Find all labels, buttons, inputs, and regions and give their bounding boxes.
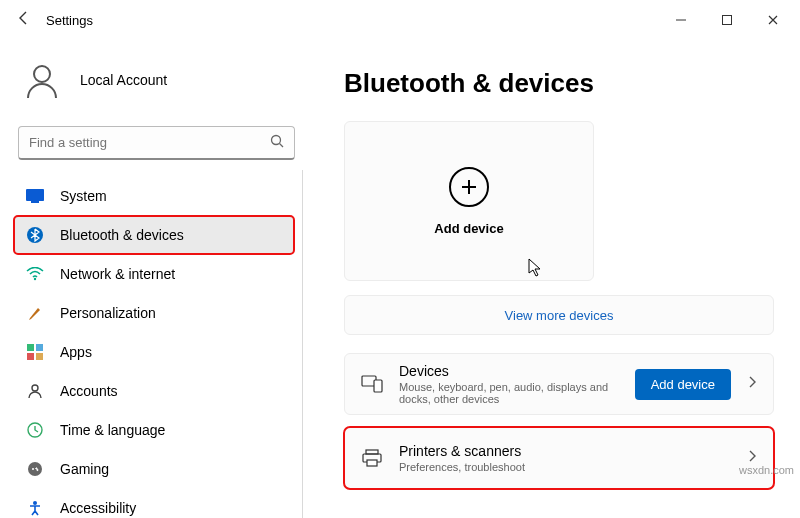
svg-point-13 <box>32 385 38 391</box>
view-more-label: View more devices <box>505 308 614 323</box>
svg-rect-9 <box>27 344 34 351</box>
bluetooth-icon <box>26 227 44 243</box>
avatar-icon <box>22 60 62 100</box>
nav-network[interactable]: Network & internet <box>14 255 294 293</box>
nav-label: Time & language <box>60 422 165 438</box>
svg-point-2 <box>34 66 50 82</box>
row-subtitle: Mouse, keyboard, pen, audio, displays an… <box>399 381 619 405</box>
nav-accessibility[interactable]: Accessibility <box>14 489 294 518</box>
svg-rect-21 <box>367 460 377 466</box>
account-name: Local Account <box>80 72 167 88</box>
nav-system[interactable]: System <box>14 177 294 215</box>
search-input[interactable] <box>29 135 270 150</box>
nav-time-language[interactable]: Time & language <box>14 411 294 449</box>
accounts-icon <box>26 383 44 399</box>
plus-icon <box>449 167 489 207</box>
nav-label: Gaming <box>60 461 109 477</box>
nav-label: Accounts <box>60 383 118 399</box>
printer-icon <box>361 449 383 467</box>
watermark: wsxdn.com <box>739 464 794 476</box>
svg-rect-5 <box>27 190 44 201</box>
svg-point-3 <box>272 135 281 144</box>
window-controls <box>658 4 796 36</box>
nav-label: Accessibility <box>60 500 136 516</box>
row-printers-scanners[interactable]: Printers & scanners Preferences, trouble… <box>344 427 774 489</box>
nav-list: System Bluetooth & devices Network & int… <box>10 170 303 518</box>
svg-rect-19 <box>366 450 378 454</box>
svg-rect-11 <box>27 353 34 360</box>
system-icon <box>26 189 44 203</box>
clock-icon <box>26 422 44 438</box>
add-device-card[interactable]: Add device <box>344 121 594 281</box>
nav-label: Network & internet <box>60 266 175 282</box>
accessibility-icon <box>26 500 44 516</box>
add-device-label: Add device <box>434 221 503 236</box>
nav-accounts[interactable]: Accounts <box>14 372 294 410</box>
window-title: Settings <box>46 13 93 28</box>
add-device-button[interactable]: Add device <box>635 369 731 400</box>
minimize-button[interactable] <box>658 4 704 36</box>
nav-label: Personalization <box>60 305 156 321</box>
nav-label: System <box>60 188 107 204</box>
gaming-icon <box>26 461 44 477</box>
svg-point-16 <box>33 501 37 505</box>
row-title: Printers & scanners <box>399 443 731 459</box>
search-icon <box>270 134 284 152</box>
svg-point-15 <box>28 462 42 476</box>
page-title: Bluetooth & devices <box>344 68 774 99</box>
nav-label: Apps <box>60 344 92 360</box>
view-more-devices[interactable]: View more devices <box>344 295 774 335</box>
svg-rect-18 <box>374 380 382 392</box>
svg-point-8 <box>34 278 36 280</box>
chevron-right-icon <box>747 375 757 393</box>
sidebar: Local Account System Bluetooth & devices… <box>0 40 310 518</box>
svg-rect-10 <box>36 344 43 351</box>
close-button[interactable] <box>750 4 796 36</box>
back-icon[interactable] <box>16 10 32 30</box>
svg-rect-6 <box>31 201 39 203</box>
svg-rect-12 <box>36 353 43 360</box>
row-devices[interactable]: Devices Mouse, keyboard, pen, audio, dis… <box>344 353 774 415</box>
nav-gaming[interactable]: Gaming <box>14 450 294 488</box>
row-subtitle: Preferences, troubleshoot <box>399 461 731 473</box>
row-title: Devices <box>399 363 619 379</box>
nav-label: Bluetooth & devices <box>60 227 184 243</box>
main-panel: Bluetooth & devices Add device View more… <box>310 40 800 518</box>
svg-rect-1 <box>723 16 732 25</box>
titlebar: Settings <box>0 0 800 40</box>
apps-icon <box>26 344 44 360</box>
svg-line-4 <box>280 143 284 147</box>
devices-icon <box>361 375 383 393</box>
account-section[interactable]: Local Account <box>10 50 303 120</box>
maximize-button[interactable] <box>704 4 750 36</box>
brush-icon <box>26 305 44 321</box>
search-box[interactable] <box>18 126 295 160</box>
nav-bluetooth-devices[interactable]: Bluetooth & devices <box>14 216 294 254</box>
nav-personalization[interactable]: Personalization <box>14 294 294 332</box>
nav-apps[interactable]: Apps <box>14 333 294 371</box>
wifi-icon <box>26 267 44 281</box>
